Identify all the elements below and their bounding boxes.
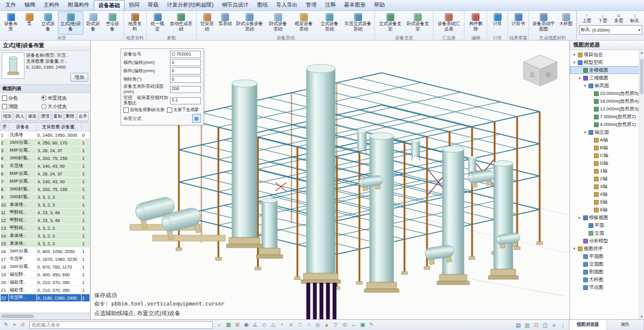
menu-tab-13[interactable]: 基本图形 <box>340 0 370 10</box>
status-icon-4[interactable]: ∠ <box>251 322 259 328</box>
scroll-down-arrow[interactable]: ▼ <box>639 314 644 319</box>
status-icon-10[interactable]: ○ <box>305 322 313 328</box>
table-row[interactable]: 10单体塔..3, 3, 2, 31 <box>1 201 90 209</box>
ribbon-button-3-4[interactable]: 框架设备基础 <box>291 11 317 35</box>
tab-properties[interactable]: 属性 <box>607 320 644 330</box>
table-row[interactable]: 161MX分离..0, 800, 1050, 20501 <box>1 248 90 255</box>
menu-tab-6[interactable]: 荷载 <box>144 0 163 10</box>
tree-item-23[interactable]: 立面 <box>570 229 644 237</box>
status-icon-11[interactable]: ◎ <box>314 322 322 328</box>
table-row[interactable]: 7M9F分离..4, 140, 43, 901 <box>1 178 90 186</box>
ribbon-button-0-5[interactable]: 空冷设备 <box>103 11 122 35</box>
status-icon-3[interactable]: ◉ <box>242 322 250 328</box>
table-row[interactable]: 21MX分离..4, 250, 80, 1701 <box>1 139 90 147</box>
menu-tab-9[interactable]: 图纸 <box>253 0 272 10</box>
list-tool-0[interactable]: 增加 <box>1 112 13 121</box>
menu-tab-7[interactable]: 计算分析(结构超限) <box>163 0 218 10</box>
table-row[interactable]: 15单体塔..3, 3, 2, 31 <box>1 240 90 248</box>
list-tool-1[interactable]: 插入 <box>14 112 26 121</box>
ribbon-button-2-0[interactable]: 统一规定 <box>148 11 168 35</box>
status-icon-7[interactable]: + <box>278 322 286 328</box>
tree-item-15[interactable]: 1轴 <box>570 167 644 175</box>
list-tool-2[interactable]: 修改 <box>26 112 38 121</box>
view-control-icon-4[interactable]: ≡ <box>550 322 558 328</box>
table-row[interactable]: 21磁处理..0, 210, 370, 3501 <box>1 286 90 294</box>
table-row[interactable]: 3M9F分离..3, 28, 24, 371 <box>1 147 90 155</box>
ribbon-button-8-0[interactable]: 计算书 <box>509 11 527 35</box>
table-row[interactable]: 1洗涤塔0, 1460, 1950, 30000 <box>1 131 90 139</box>
tree-item-19[interactable]: 5轴 <box>570 198 644 206</box>
tree-item-14[interactable]: D轴 <box>570 159 644 167</box>
status-icon-14[interactable]: ⊙ <box>340 322 349 328</box>
placement-mode-button[interactable]: ▦ <box>192 114 201 123</box>
menu-tab-1[interactable]: 轴网 <box>20 0 39 10</box>
tree-toggle-icon[interactable]: ▸ <box>577 215 582 220</box>
add-equipment-button[interactable]: 增加 <box>70 73 88 82</box>
menu-tab-5[interactable]: 协同 <box>125 0 144 10</box>
horizontal-scrollbar[interactable] <box>0 313 90 319</box>
nav-button-0[interactable]: ↑上层 <box>579 12 595 24</box>
tree-toggle-icon[interactable]: ▾ <box>572 60 577 65</box>
nav-button-3[interactable]: ↕标高 <box>627 12 642 24</box>
tree-toggle-icon[interactable]: ▾ <box>572 246 577 251</box>
command-input[interactable] <box>29 321 213 329</box>
ribbon-button-5-0[interactable]: 设备基础汇总表 <box>435 11 463 35</box>
ribbon-button-3-5[interactable]: 立式设备基础 <box>317 11 342 35</box>
3d-viewport[interactable]: 左前 设备位号C-702001横向(偏移)(mm)0纵向(偏移)(mm)0轴转角… <box>91 41 569 319</box>
view-control-icon-2[interactable]: ⊡ <box>532 322 540 328</box>
form-field-input[interactable]: 0.1 <box>170 97 201 104</box>
tree-item-24[interactable]: 分析模型 <box>570 237 644 245</box>
tree-item-8[interactable]: 7.000m(自然层2) <box>570 113 644 121</box>
form-check-0[interactable]: 自动生成基础/支架 <box>123 107 165 113</box>
ribbon-button-7-0[interactable]: 计算 <box>488 11 506 35</box>
tree-item-1[interactable]: ▾模型空间 <box>570 58 644 66</box>
menu-tab-11[interactable]: 管理 <box>302 0 321 10</box>
tree-item-4[interactable]: ▾标高面 <box>570 82 644 90</box>
table-row[interactable]: 81M0斜氢..4, 200, 75, 1551 <box>1 186 90 193</box>
tree-item-6[interactable]: 16.000m(自然层4) <box>570 97 644 105</box>
table-row[interactable]: 41M0斜氢..4, 200, 75, 1551 <box>1 155 90 162</box>
tree-item-25[interactable]: ▾视图排序 <box>570 245 644 252</box>
ribbon-button-2-1[interactable]: 自动生成基础 <box>167 11 194 35</box>
view-control-icon-0[interactable]: ▤ <box>514 322 522 328</box>
ribbon-button-3-2[interactable]: 卧式冷换设备基础 <box>234 11 265 35</box>
view-control-icon-3[interactable]: ◫ <box>541 322 549 328</box>
ribbon-button-3-6[interactable]: 常压立式设备基础 <box>342 11 373 35</box>
table-row[interactable]: 12甲醇税..4, 23, 3, 461 <box>1 217 90 224</box>
ribbon-button-0-1[interactable]: 泵 <box>20 11 38 35</box>
table-row[interactable]: 5常压塔4, 140, 43, 901 <box>1 162 90 170</box>
ribbon-button-6-0[interactable]: 构件删除 <box>466 11 485 35</box>
form-field-input[interactable]: C-702001 <box>170 51 201 58</box>
ribbon-button-1-0[interactable]: 地质资料 <box>125 11 145 35</box>
tree-item-17[interactable]: 3轴 <box>570 183 644 190</box>
view-control-icon-1[interactable]: ▥ <box>523 322 531 328</box>
option-radio-0[interactable]: 布置优先 <box>41 94 88 101</box>
tree-item-3[interactable]: ▾三维视图 <box>570 74 644 82</box>
cmd-icon-0[interactable]: ✎ <box>2 322 10 328</box>
status-icon-15[interactable]: ↔ <box>349 322 358 328</box>
table-row[interactable]: 20磁处理..0, 210, 370, 3501 <box>1 279 90 286</box>
form-field-input[interactable]: 200 <box>170 86 201 93</box>
tree-item-12[interactable]: B轴 <box>570 144 644 152</box>
nav-button-2[interactable]: ≡多层 <box>611 12 627 24</box>
status-icon-6[interactable]: △ <box>269 322 277 328</box>
table-row[interactable]: 19磁控醇..0, 400, 450, 6901 <box>1 271 90 279</box>
tree-item-11[interactable]: A轴 <box>570 136 644 144</box>
status-icon-13[interactable]: ▽ <box>332 322 340 328</box>
menu-tab-12[interactable]: 注释 <box>321 0 340 10</box>
ribbon-button-4-1[interactable]: 卧式设备支架 <box>404 11 432 35</box>
status-icon-12[interactable]: ▲ <box>323 322 331 328</box>
table-row[interactable]: 13甲醇税..3, 3, 2, 31 <box>1 224 90 232</box>
scrollbar-thumb[interactable] <box>640 58 643 94</box>
scroll-up-arrow[interactable]: ▲ <box>639 50 644 55</box>
ribbon-button-9-0[interactable]: 设备基础平面图 <box>530 11 557 35</box>
option-check-0[interactable]: 分色 <box>2 94 41 101</box>
tree-item-28[interactable]: 剖面图 <box>570 268 644 276</box>
form-field-input[interactable]: 0 <box>170 59 201 66</box>
status-icon-0[interactable]: ⌕ <box>215 322 224 328</box>
tab-view-browser[interactable]: 视图浏览器 <box>569 320 607 330</box>
nav-button-1[interactable]: ↓下层 <box>595 12 611 24</box>
equipment-table[interactable]: 序设备名支座数量.设备重. 1洗涤塔0, 1460, 1950, 3000021… <box>0 122 90 313</box>
menu-tab-4[interactable]: 设备基础 <box>94 0 125 10</box>
ribbon-button-3-3[interactable]: 卧式设备基础 <box>265 11 291 35</box>
